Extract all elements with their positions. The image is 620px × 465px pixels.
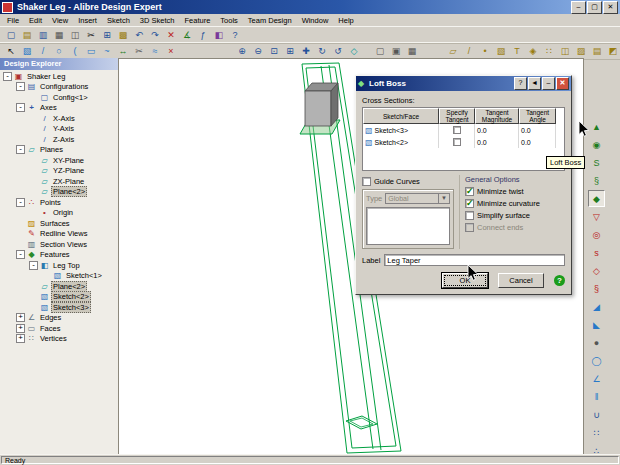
spline-tool-button[interactable]: ~	[99, 43, 115, 59]
specify-tangent-checkbox[interactable]	[453, 138, 461, 146]
linear-pattern-button[interactable]: ∷	[588, 424, 605, 441]
cross-section-row[interactable]: Sketch<2> 0.0 0.0	[363, 136, 564, 148]
tangent-magnitude-value[interactable]: 0.0	[475, 136, 519, 148]
boolean-button[interactable]: ∪	[588, 406, 605, 423]
material-button[interactable]: ▨	[573, 43, 589, 59]
tree-item[interactable]: Sketch<3>	[0, 302, 118, 313]
menu-item[interactable]: Team Design	[243, 16, 297, 25]
option-checkbox[interactable]	[465, 187, 474, 196]
view-orientation-button[interactable]: ◇	[346, 43, 362, 59]
save-button[interactable]: ▥	[35, 27, 51, 43]
select-tool-button[interactable]: ↖	[3, 43, 19, 59]
tree-expander-icon[interactable]: -	[16, 250, 25, 259]
extrude-cut-button[interactable]: ▽	[588, 208, 605, 225]
tree-item[interactable]: ZX-Plane	[0, 176, 118, 187]
option-row[interactable]: Minimize twist	[465, 185, 565, 197]
undo-button[interactable]: ↶	[131, 27, 147, 43]
tree-item[interactable]: + Faces	[0, 323, 118, 334]
tree-expander-icon[interactable]: -	[3, 72, 12, 81]
offset-tool-button[interactable]: ≈	[147, 43, 163, 59]
mirror-tool-button[interactable]: ◫	[557, 43, 573, 59]
tree-item[interactable]: Sketch<2>	[0, 292, 118, 303]
equation-editor-button[interactable]: ƒ	[195, 27, 211, 43]
arc-tool-button[interactable]: (	[67, 43, 83, 59]
menu-item[interactable]: Feature	[179, 16, 215, 25]
helix-boss-button[interactable]: §	[588, 172, 605, 189]
dialog-help-circle-icon[interactable]: ?	[554, 275, 565, 286]
wireframe-display-button[interactable]: ▢	[372, 43, 388, 59]
tree-expander-icon[interactable]	[29, 177, 38, 186]
guide-curves-checkbox[interactable]	[362, 177, 371, 186]
tree-expander-icon[interactable]	[29, 156, 38, 165]
tree-expander-icon[interactable]	[29, 208, 38, 217]
menu-item[interactable]: View	[47, 16, 73, 25]
cut-button[interactable]: ✂	[83, 27, 99, 43]
tree-item[interactable]: + Edges	[0, 313, 118, 324]
dialog-title-bar[interactable]: ◆ Loft Boss ?◄–✕	[356, 76, 571, 91]
tree-item[interactable]: Y-Axis	[0, 124, 118, 135]
option-checkbox[interactable]	[465, 223, 474, 232]
tree-item[interactable]: Surfaces	[0, 218, 118, 229]
option-row[interactable]: Connect ends	[465, 221, 565, 233]
menu-item[interactable]: Insert	[73, 16, 102, 25]
option-checkbox[interactable]	[465, 211, 474, 220]
tree-item[interactable]: Section Views	[0, 239, 118, 250]
revolve-boss-button[interactable]: ◉	[588, 136, 605, 153]
tree-expander-icon[interactable]: -	[16, 82, 25, 91]
copy-button[interactable]: ⊞	[99, 27, 115, 43]
tree-expander-icon[interactable]: +	[16, 324, 25, 333]
trim-tool-button[interactable]: ✂	[131, 43, 147, 59]
tree-expander-icon[interactable]	[16, 229, 25, 238]
insert-point-button[interactable]: •	[477, 43, 493, 59]
cross-section-row[interactable]: Sketch<3> 0.0 0.0	[363, 124, 564, 136]
new-button[interactable]: ▢	[3, 27, 19, 43]
option-row[interactable]: Simplify surface	[465, 209, 565, 221]
print-button[interactable]: ▦	[51, 27, 67, 43]
guide-curves-list[interactable]	[366, 207, 450, 245]
dialog-minimize-button[interactable]: –	[542, 77, 555, 90]
maximize-button[interactable]: ▢	[587, 1, 602, 14]
redo-button[interactable]: ↷	[147, 27, 163, 43]
tree-item[interactable]: - Leg Top	[0, 260, 118, 271]
tree-expander-icon[interactable]: -	[29, 261, 38, 270]
rib-button[interactable]: ‖	[588, 388, 605, 405]
menu-item[interactable]: File	[2, 16, 24, 25]
tree-expander-icon[interactable]	[29, 303, 38, 312]
sweep-cut-button[interactable]: s	[588, 244, 605, 261]
menu-item[interactable]: Tools	[215, 16, 243, 25]
tree-item[interactable]: X-Axis	[0, 113, 118, 124]
title-bar[interactable]: Shaker Leg - Alibre Design Expert –▢✕	[0, 0, 620, 14]
tree-item[interactable]: Config<1>	[0, 92, 118, 103]
tree-expander-icon[interactable]: +	[16, 334, 25, 343]
draft-button[interactable]: ∠	[588, 370, 605, 387]
cancel-button[interactable]: Cancel	[498, 273, 544, 288]
tree-item[interactable]: Z-Axis	[0, 134, 118, 145]
tree-expander-icon[interactable]	[29, 114, 38, 123]
tree-expander-icon[interactable]	[29, 135, 38, 144]
tree-item[interactable]: Plane<2>	[0, 281, 118, 292]
tree-item[interactable]: - Points	[0, 197, 118, 208]
leg-top-solid[interactable]	[305, 83, 338, 126]
tree-expander-icon[interactable]: -	[16, 198, 25, 207]
dialog-help-button[interactable]: ?	[514, 77, 527, 90]
loft-boss-dialog[interactable]: ◆ Loft Boss ?◄–✕ Cross Sections: Sketch/…	[355, 75, 572, 295]
tree-expander-icon[interactable]	[29, 282, 38, 291]
fillet-button[interactable]: ◢	[588, 298, 605, 315]
tree-expander-icon[interactable]	[16, 240, 25, 249]
specify-tangent-checkbox[interactable]	[453, 126, 461, 134]
tangent-angle-value[interactable]: 0.0	[519, 124, 556, 136]
tree-expander-icon[interactable]	[29, 93, 38, 102]
tree-expander-icon[interactable]	[42, 271, 51, 280]
insert-plane-button[interactable]: ▱	[445, 43, 461, 59]
extrude-boss-button[interactable]: ▲	[588, 118, 605, 135]
new-sketch-button[interactable]: ▧	[493, 43, 509, 59]
menu-item[interactable]: 3D Sketch	[135, 16, 180, 25]
revolve-cut-button[interactable]: ◎	[588, 226, 605, 243]
tree-item[interactable]: - Features	[0, 250, 118, 261]
zoom-out-button[interactable]: ⊖	[250, 43, 266, 59]
hole-button[interactable]: ●	[588, 334, 605, 351]
loft-cut-button[interactable]: ◇	[588, 262, 605, 279]
print-preview-button[interactable]: ◫	[67, 27, 83, 43]
rectangle-tool-button[interactable]: ▭	[83, 43, 99, 59]
tree-item[interactable]: Plane<2>	[0, 187, 118, 198]
